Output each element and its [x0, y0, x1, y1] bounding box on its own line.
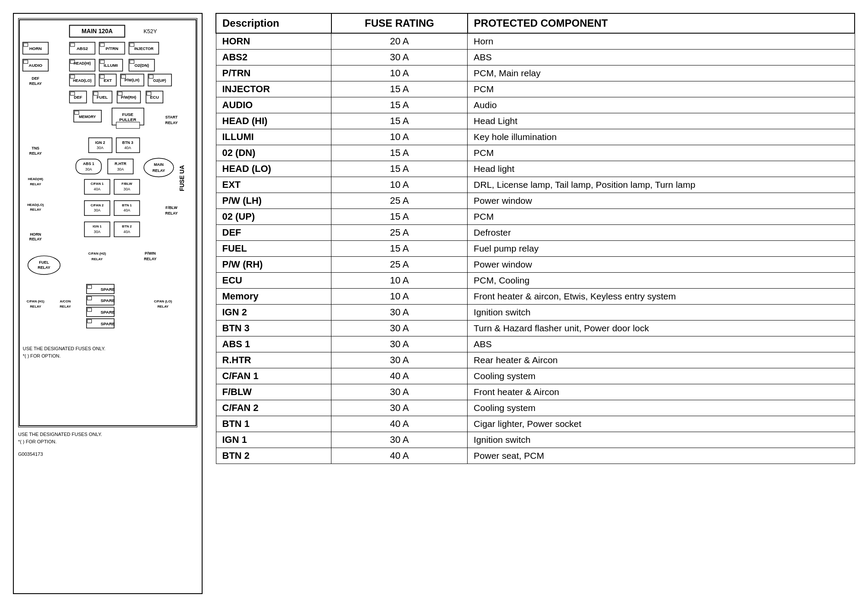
- table-row: F/BLW30 AFront heater & Aircon: [216, 384, 855, 400]
- fuse-component: PCM, Main relay: [468, 65, 855, 81]
- fuse-description: BTN 2: [216, 448, 331, 464]
- svg-rect-40: [149, 75, 153, 78]
- fuse-component: Horn: [468, 33, 855, 50]
- table-row: P/W (LH)25 APower window: [216, 193, 855, 209]
- svg-text:EXT: EXT: [103, 78, 112, 83]
- fuse-rating: 30 A: [331, 432, 468, 448]
- svg-text:HEAD(HI): HEAD(HI): [74, 61, 91, 65]
- svg-rect-8: [70, 43, 75, 47]
- fuse-description: BTN 1: [216, 416, 331, 432]
- svg-text:RELAY: RELAY: [29, 81, 42, 86]
- fuse-rating: 10 A: [331, 273, 468, 289]
- table-row: DEF25 ADefroster: [216, 225, 855, 241]
- fuse-description: 02 (UP): [216, 209, 331, 225]
- svg-text:BTN 3: BTN 3: [122, 140, 134, 145]
- svg-text:30A: 30A: [94, 208, 100, 212]
- fuse-component: Head light: [468, 161, 855, 177]
- svg-text:START: START: [165, 115, 178, 120]
- svg-text:F/BLW: F/BLW: [122, 182, 132, 186]
- fuse-component: Power window: [468, 193, 855, 209]
- fuse-description: R.HTR: [216, 352, 331, 368]
- svg-text:RELAY: RELAY: [30, 182, 41, 186]
- fuse-component: Defroster: [468, 225, 855, 241]
- table-row: ABS230 AABS: [216, 50, 855, 65]
- table-row: BTN 240 APower seat, PCM: [216, 448, 855, 464]
- svg-text:40A: 40A: [123, 230, 130, 234]
- svg-text:O2(UP): O2(UP): [153, 78, 166, 83]
- table-row: IGN 130 AIgnition switch: [216, 432, 855, 448]
- svg-text:IGN 2: IGN 2: [95, 140, 105, 145]
- fuse-table: Description FUSE RATING PROTECTED COMPON…: [215, 13, 855, 464]
- fuse-description: HEAD (HI): [216, 113, 331, 129]
- table-row: IGN 230 AIgnition switch: [216, 305, 855, 321]
- svg-text:RELAY: RELAY: [165, 211, 178, 215]
- fuse-rating: 25 A: [331, 257, 468, 273]
- fuse-description: F/BLW: [216, 384, 331, 400]
- svg-text:USE THE DESIGNATED FUSES ONLY.: USE THE DESIGNATED FUSES ONLY.: [23, 346, 106, 351]
- footnote-line2: *( ) FOR OPTION.: [18, 438, 197, 445]
- svg-text:K52Y: K52Y: [144, 28, 157, 34]
- svg-rect-17: [24, 60, 28, 63]
- fuse-description: ABS2: [216, 50, 331, 65]
- fuse-description: ECU: [216, 273, 331, 289]
- fuse-component: Head Light: [468, 113, 855, 129]
- svg-text:RELAY: RELAY: [59, 305, 71, 308]
- svg-text:RELAY: RELAY: [29, 237, 42, 241]
- fuse-description: BTN 3: [216, 321, 331, 336]
- svg-text:INJECTOR: INJECTOR: [134, 47, 153, 51]
- svg-text:RELAY: RELAY: [30, 305, 41, 308]
- fuse-rating: 40 A: [331, 416, 468, 432]
- svg-text:P/TRN: P/TRN: [106, 46, 119, 51]
- fuse-rating: 15 A: [331, 81, 468, 97]
- svg-text:F/BLW: F/BLW: [165, 205, 178, 210]
- svg-text:PULLER: PULLER: [119, 117, 136, 122]
- svg-point-77: [144, 158, 174, 177]
- svg-text:HEAD(LO): HEAD(LO): [73, 78, 91, 83]
- svg-text:HEAD(LO): HEAD(LO): [27, 203, 44, 207]
- fuse-rating: 30 A: [331, 305, 468, 321]
- fuse-component: Ignition switch: [468, 432, 855, 448]
- table-row: P/W (RH)25 APower window: [216, 257, 855, 273]
- fuse-component: Cooling system: [468, 368, 855, 384]
- svg-text:RELAY: RELAY: [153, 168, 165, 173]
- footnote: USE THE DESIGNATED FUSES ONLY. *( ) FOR …: [18, 431, 197, 445]
- svg-text:RELAY: RELAY: [30, 208, 41, 212]
- svg-text:P/WIN: P/WIN: [145, 251, 156, 255]
- fuse-diagram: MAIN 120A K52Y HORN ABS2 P/TRN INJECTOR: [18, 18, 197, 427]
- svg-text:MAIN: MAIN: [154, 162, 164, 167]
- fuse-box-panel: MAIN 120A K52Y HORN ABS2 P/TRN INJECTOR: [13, 13, 203, 594]
- svg-text:IGN 1: IGN 1: [93, 224, 102, 228]
- fuse-rating: 30 A: [331, 321, 468, 336]
- svg-rect-117: [87, 297, 92, 300]
- svg-text:HEAD(HI): HEAD(HI): [28, 177, 44, 181]
- svg-text:SPARE: SPARE: [100, 298, 115, 303]
- fuse-component: Ignition switch: [468, 305, 855, 321]
- fuse-component: Front heater & aircon, Etwis, Keyless en…: [468, 289, 855, 305]
- fuse-description: IGN 1: [216, 432, 331, 448]
- fuse-description: HORN: [216, 33, 331, 50]
- svg-text:BTN 2: BTN 2: [122, 224, 132, 228]
- svg-text:30A: 30A: [94, 230, 100, 234]
- doc-id: G00354173: [18, 451, 197, 457]
- svg-text:40A: 40A: [124, 146, 131, 150]
- table-row: HEAD (HI)15 AHead Light: [216, 113, 855, 129]
- fuse-rating: 10 A: [331, 289, 468, 305]
- svg-text:RELAY: RELAY: [165, 121, 178, 125]
- table-row: ABS 130 AABS: [216, 336, 855, 352]
- fuse-rating: 40 A: [331, 368, 468, 384]
- svg-text:C/FAN 2: C/FAN 2: [91, 203, 104, 207]
- svg-text:RELAY: RELAY: [91, 257, 103, 261]
- fuse-component: Audio: [468, 97, 855, 113]
- svg-text:40A: 40A: [123, 208, 130, 212]
- svg-rect-5: [24, 43, 28, 47]
- fuse-component: Power window: [468, 257, 855, 273]
- fuse-description: P/W (RH): [216, 257, 331, 273]
- table-row: BTN 330 ATurn & Hazard flasher unit, Pow…: [216, 321, 855, 336]
- table-row: BTN 140 ACigar lighter, Power socket: [216, 416, 855, 432]
- table-row: P/TRN10 APCM, Main relay: [216, 65, 855, 81]
- svg-rect-114: [87, 285, 92, 289]
- svg-rect-26: [130, 60, 134, 63]
- svg-text:SPARE: SPARE: [100, 287, 115, 292]
- svg-text:MAIN 120A: MAIN 120A: [81, 28, 112, 34]
- table-row: ECU10 APCM, Cooling: [216, 273, 855, 289]
